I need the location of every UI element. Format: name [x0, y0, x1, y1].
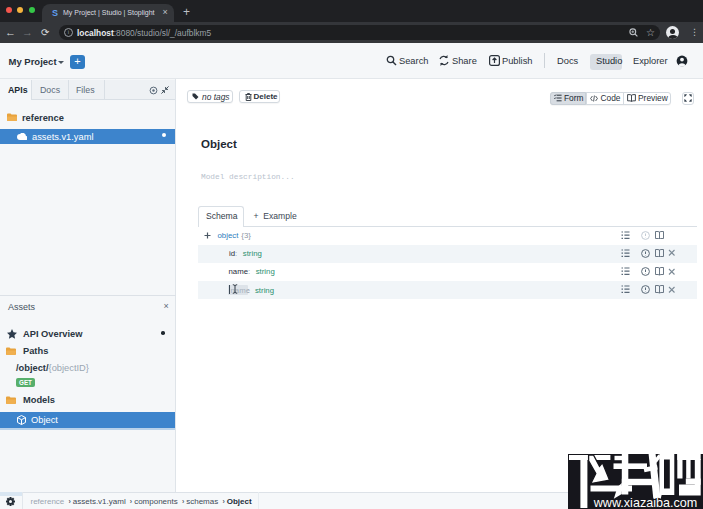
svg-text:www.xiazaiba.com: www.xiazaiba.com	[592, 496, 696, 509]
